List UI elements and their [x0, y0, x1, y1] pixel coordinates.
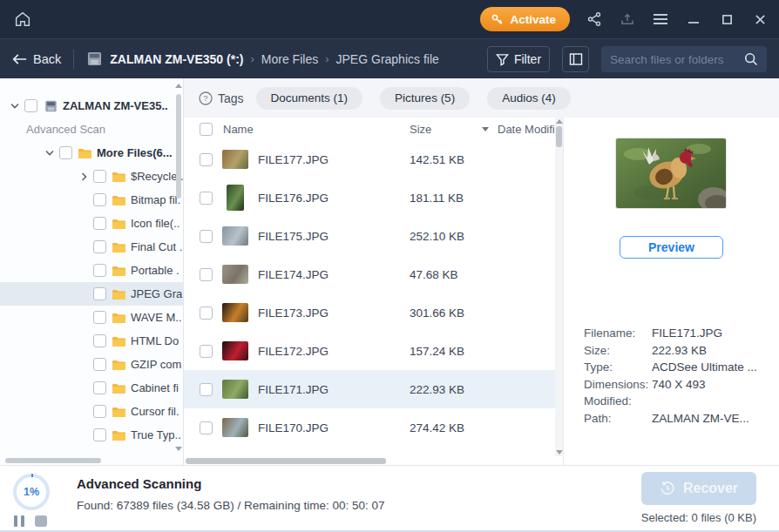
tag-pill-pictures[interactable]: Pictures (5) — [380, 87, 470, 110]
search-input[interactable] — [610, 53, 737, 66]
column-header-name[interactable]: Name — [223, 123, 254, 136]
list-vertical-scrollbar[interactable] — [555, 118, 563, 456]
tree-item-more-files[interactable]: More Files(6... — [0, 141, 183, 165]
tree-checkbox[interactable] — [93, 193, 106, 206]
folder-icon — [112, 194, 126, 206]
tree-item-drive[interactable]: ZALMAN ZM-VE35.. — [0, 94, 183, 118]
tree-checkbox[interactable] — [93, 405, 106, 418]
tree-item-folder-jpeg[interactable]: JPEG Gra. — [0, 282, 183, 306]
row-checkbox[interactable] — [200, 153, 213, 166]
chevron-down-icon[interactable] — [10, 102, 19, 111]
sidebar-vertical-scrollbar[interactable] — [175, 84, 182, 451]
select-all-checkbox[interactable] — [200, 123, 213, 136]
row-checkbox[interactable] — [200, 230, 213, 243]
sidebar-horizontal-scrollbar[interactable] — [0, 457, 174, 464]
row-checkbox[interactable] — [200, 383, 213, 396]
panel-toggle-button[interactable] — [562, 46, 589, 72]
tree-item-folder[interactable]: Final Cut . — [0, 235, 183, 259]
tree-checkbox[interactable] — [93, 217, 106, 230]
table-row[interactable]: FILE170.JPG 274.42 KB — [184, 408, 555, 447]
help-icon[interactable]: ? — [199, 91, 213, 105]
table-row[interactable]: FILE177.JPG 142.51 KB — [184, 140, 555, 178]
column-header-size[interactable]: Size — [410, 123, 431, 136]
table-row[interactable]: FILE175.JPG 252.10 KB — [184, 217, 555, 255]
breadcrumb-more-files[interactable]: More Files — [261, 52, 318, 66]
folder-icon — [112, 265, 126, 277]
table-row[interactable]: FILE174.JPG 47.68 KB — [184, 255, 555, 293]
tree-checkbox[interactable] — [93, 358, 106, 371]
filter-button[interactable]: Filter — [487, 46, 550, 72]
tree-checkbox[interactable] — [93, 311, 106, 324]
tree-item-folder[interactable]: WAVE M.. — [0, 306, 183, 329]
search-icon[interactable] — [744, 52, 758, 66]
tree-item-folder[interactable]: Portable . — [0, 259, 183, 282]
folder-icon — [112, 171, 126, 183]
table-row[interactable]: FILE173.JPG 301.66 KB — [184, 293, 555, 332]
scrollbar-thumb[interactable] — [186, 458, 386, 464]
folder-icon — [78, 147, 92, 159]
scrollbar-thumb[interactable] — [556, 126, 562, 147]
tree-checkbox[interactable] — [93, 287, 106, 300]
file-size: 222.93 KB — [410, 383, 464, 396]
back-button[interactable]: Back — [12, 52, 61, 66]
panel-layout-icon — [569, 52, 583, 66]
row-checkbox[interactable] — [200, 421, 213, 434]
tree-checkbox[interactable] — [93, 428, 106, 441]
minimize-button[interactable] — [685, 10, 702, 28]
table-row[interactable]: FILE176.JPG 181.11 KB — [184, 178, 555, 217]
tree-checkbox[interactable] — [59, 146, 72, 159]
tree-checkbox[interactable] — [93, 170, 106, 183]
menu-button[interactable] — [652, 10, 669, 28]
stop-button[interactable] — [35, 515, 47, 527]
tag-pill-documents[interactable]: Documents (1) — [256, 87, 363, 110]
scroll-up-arrow-icon[interactable] — [175, 84, 182, 88]
share-icon — [586, 11, 602, 27]
home-button[interactable] — [11, 8, 34, 30]
row-checkbox[interactable] — [200, 345, 213, 358]
tree-item-folder[interactable]: Cabinet fi — [0, 376, 183, 400]
scrollbar-thumb[interactable] — [176, 94, 181, 199]
row-checkbox[interactable] — [200, 192, 213, 205]
recover-label: Recover — [683, 481, 738, 496]
tree-checkbox[interactable] — [93, 264, 106, 277]
activate-button[interactable]: Activate — [480, 7, 570, 31]
column-header-date[interactable]: Date Modifi — [498, 123, 555, 136]
tree-item-folder[interactable]: Bitmap fil. — [0, 188, 183, 212]
tree-item-folder[interactable]: HTML Do — [0, 329, 183, 353]
tree-item-folder[interactable]: GZIP com — [0, 353, 183, 376]
tag-pill-audios[interactable]: Audios (4) — [487, 87, 571, 110]
export-button[interactable] — [619, 10, 636, 28]
scroll-down-arrow-icon[interactable] — [556, 450, 563, 455]
tree-checkbox[interactable] — [93, 334, 106, 347]
row-checkbox[interactable] — [200, 268, 213, 281]
tree-item-folder[interactable]: Cursor fil. — [0, 400, 183, 423]
breadcrumb-jpeg[interactable]: JPEG Graphics file — [336, 52, 439, 66]
maximize-button[interactable] — [718, 10, 735, 28]
scrollbar-thumb[interactable] — [5, 458, 101, 463]
tree-item-folder[interactable]: Icon file(.. — [0, 212, 183, 235]
recover-button[interactable]: Recover — [641, 472, 756, 505]
tree-checkbox[interactable] — [93, 240, 106, 253]
tree-item-folder[interactable]: True Typ.. — [0, 423, 183, 447]
table-row[interactable]: FILE172.JPG 157.24 KB — [184, 332, 555, 370]
tree-item-advanced-scan[interactable]: Advanced Scan — [0, 118, 183, 141]
scroll-up-arrow-icon[interactable] — [556, 119, 563, 124]
preview-button[interactable]: Preview — [620, 236, 723, 259]
tree-item-folder[interactable]: $Recycle.. — [0, 165, 183, 188]
scroll-down-arrow-icon[interactable] — [175, 447, 182, 451]
chevron-right-icon[interactable] — [79, 172, 88, 181]
filter-label: Filter — [514, 52, 541, 66]
sort-arrow-icon[interactable] — [482, 127, 489, 131]
detail-value: 222.93 KB — [652, 342, 707, 360]
tree-item-label: Advanced Scan — [26, 123, 105, 136]
table-row-selected[interactable]: FILE171.JPG 222.93 KB — [184, 370, 555, 408]
tree-checkbox[interactable] — [24, 99, 37, 112]
row-checkbox[interactable] — [200, 306, 213, 320]
chevron-down-icon[interactable] — [45, 149, 54, 158]
list-horizontal-scrollbar[interactable] — [184, 457, 555, 465]
breadcrumb-drive[interactable]: ZALMAN ZM-VE350 (*:) — [110, 52, 243, 66]
share-button[interactable] — [586, 10, 603, 28]
close-button[interactable] — [751, 10, 769, 28]
tree-checkbox[interactable] — [93, 381, 106, 394]
pause-button[interactable] — [14, 515, 26, 527]
